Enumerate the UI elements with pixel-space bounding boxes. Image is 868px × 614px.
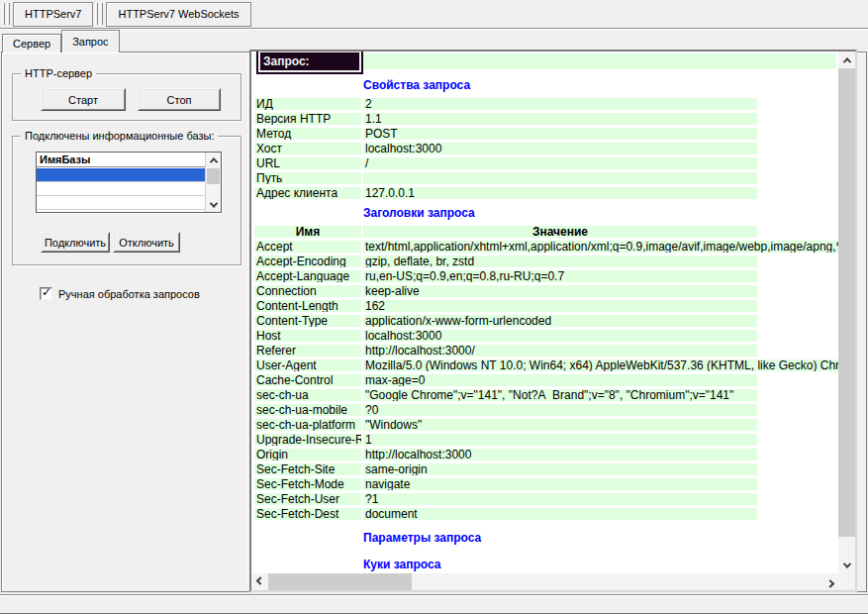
tab[interactable]: Запрос: [61, 30, 119, 52]
grid-scrollbar[interactable]: [205, 153, 221, 212]
grid-row[interactable]: [37, 182, 205, 196]
header-value: Mozilla/5.0 (Windows NT 10.0; Win64; x64…: [363, 359, 838, 371]
disconnect-button[interactable]: Отключить: [113, 232, 180, 253]
header-row: Connection keep-alive: [254, 285, 838, 297]
grid-column-header[interactable]: ИмяБазы: [37, 153, 221, 167]
databases-group: Подключены информационные базы: ИмяБазы: [12, 136, 241, 265]
property-value: /: [363, 157, 757, 169]
dock-item-label[interactable]: HTTPServ7: [13, 2, 93, 27]
dock-item[interactable]: HTTPServ7 WebSockets: [93, 0, 250, 30]
property-row: Версия HTTP 1.1: [254, 113, 838, 125]
header-name: Host: [254, 330, 361, 342]
property-value: 2: [363, 98, 757, 110]
header-value: http://localhost:3000: [363, 449, 757, 460]
header-row: Sec-Fetch-Dest document: [254, 508, 838, 520]
property-name: Адрес клиента: [254, 187, 361, 199]
databases-grid[interactable]: ИмяБазы: [36, 152, 222, 213]
gripper-icon[interactable]: [95, 3, 103, 25]
header-row: Content-Length 162: [254, 300, 838, 312]
property-name: URL: [254, 157, 361, 169]
header-value: gzip, deflate, br, zstd: [363, 256, 757, 267]
header-row: sec-ch-ua-platform "Windows": [254, 419, 838, 431]
header-value: max-age=0: [363, 374, 757, 386]
headers-table: Accept text/html,application/xhtml+xml,a…: [254, 241, 838, 520]
horizontal-scroll-thumb[interactable]: [268, 573, 412, 590]
left-pane: HTTP-сервер Старт Стоп Подключены информ…: [4, 55, 246, 588]
grid-rows: [37, 168, 205, 212]
tab-label: Сервер: [13, 38, 50, 50]
header-value: localhost:3000: [363, 330, 757, 342]
tab-label: Запрос: [72, 36, 108, 48]
header-value: 1: [363, 434, 757, 446]
vertical-scroll-thumb[interactable]: [838, 68, 855, 537]
header-name: User-Agent: [254, 359, 361, 371]
header-name: Cache-Control: [254, 374, 361, 386]
header-row: Accept text/html,application/xhtml+xml,a…: [254, 241, 838, 253]
value-column-header: Значение: [363, 226, 757, 238]
header-row: sec-ch-ua-mobile ?0: [254, 404, 838, 416]
connect-button[interactable]: Подключить: [41, 232, 110, 253]
header-name: Referer: [254, 345, 361, 357]
horizontal-scrollbar[interactable]: [251, 573, 838, 590]
header-name: Sec-Fetch-User: [254, 493, 361, 505]
tab[interactable]: Сервер: [2, 34, 61, 52]
header-row: Host localhost:3000: [254, 330, 838, 342]
gripper-icon[interactable]: [2, 3, 10, 25]
property-value: [363, 172, 757, 184]
header-value: keep-alive: [363, 285, 757, 297]
scroll-up-icon[interactable]: [838, 51, 855, 68]
vertical-scrollbar[interactable]: [838, 51, 855, 573]
request-content: Запрос: Свойства запроса ИД 2 Версия HTT…: [251, 51, 838, 573]
status-bar: [0, 594, 868, 614]
header-value: document: [363, 508, 757, 520]
header-value: ru,en-US;q=0.9,en;q=0.8,ru-RU;q=0.7: [363, 270, 757, 282]
scroll-thumb[interactable]: [207, 168, 220, 184]
scroll-up-icon[interactable]: [206, 153, 221, 167]
scroll-right-icon[interactable]: [821, 573, 838, 590]
header-row: Accept-Encoding gzip, deflate, br, zstd: [254, 256, 838, 267]
manual-processing-checkbox-row[interactable]: ✓ Ручная обработка запросов: [40, 287, 200, 300]
grid-row[interactable]: [37, 168, 205, 182]
header-value: text/html,application/xhtml+xml,applicat…: [363, 241, 838, 253]
header-name: Accept-Language: [254, 270, 361, 282]
header-name: sec-ch-ua-platform: [254, 419, 361, 431]
dock-item-label[interactable]: HTTPServ7 WebSockets: [106, 2, 250, 27]
header-value: same-origin: [363, 463, 757, 475]
dock-toolbar: HTTPServ7 HTTPServ7 WebSockets: [0, 0, 868, 30]
header-row: Sec-Fetch-Mode navigate: [254, 478, 838, 490]
header-value: 162: [363, 300, 757, 312]
header-row: Accept-Language ru,en-US;q=0.9,en;q=0.8,…: [254, 270, 838, 282]
stop-button[interactable]: Стоп: [138, 88, 221, 111]
headers-section-title: Заголовки запроса: [363, 207, 838, 220]
property-row: ИД 2: [254, 98, 838, 110]
header-row: Upgrade-Insecure-Requests 1: [254, 434, 838, 446]
header-value: application/x-www-form-urlencoded: [363, 315, 757, 327]
header-name: sec-ch-ua-mobile: [254, 404, 361, 416]
property-name: Хост: [254, 143, 361, 154]
grid-row[interactable]: [37, 196, 205, 210]
header-value: "Windows": [363, 419, 757, 431]
property-name: ИД: [254, 98, 361, 110]
header-row: Sec-Fetch-Site same-origin: [254, 463, 838, 475]
scroll-left-icon[interactable]: [251, 573, 268, 590]
property-name: Путь: [254, 172, 361, 184]
header-name: Sec-Fetch-Dest: [254, 508, 361, 520]
header-value: "Google Chrome";v="141", "Not?A_Brand";v…: [363, 389, 757, 401]
property-row: URL /: [254, 157, 838, 169]
start-button[interactable]: Старт: [41, 88, 126, 111]
header-value: ?1: [363, 493, 757, 505]
header-value: navigate: [363, 478, 757, 490]
checkbox[interactable]: ✓: [40, 287, 52, 300]
name-column-header: Имя: [254, 226, 361, 238]
property-row: Хост localhost:3000: [254, 143, 838, 154]
header-name: Sec-Fetch-Site: [254, 463, 361, 475]
property-row: Путь: [254, 172, 838, 184]
tab-strip: Сервер Запрос: [2, 30, 122, 52]
property-row: Адрес клиента 127.0.0.1: [254, 187, 838, 199]
params-section-title: Параметры запроса: [363, 532, 838, 545]
scroll-down-icon[interactable]: [838, 557, 855, 573]
header-name: Accept-Encoding: [254, 256, 361, 267]
dock-item[interactable]: HTTPServ7: [0, 0, 93, 30]
header-row: Origin http://localhost:3000: [254, 449, 838, 460]
scroll-down-icon[interactable]: [206, 197, 221, 212]
